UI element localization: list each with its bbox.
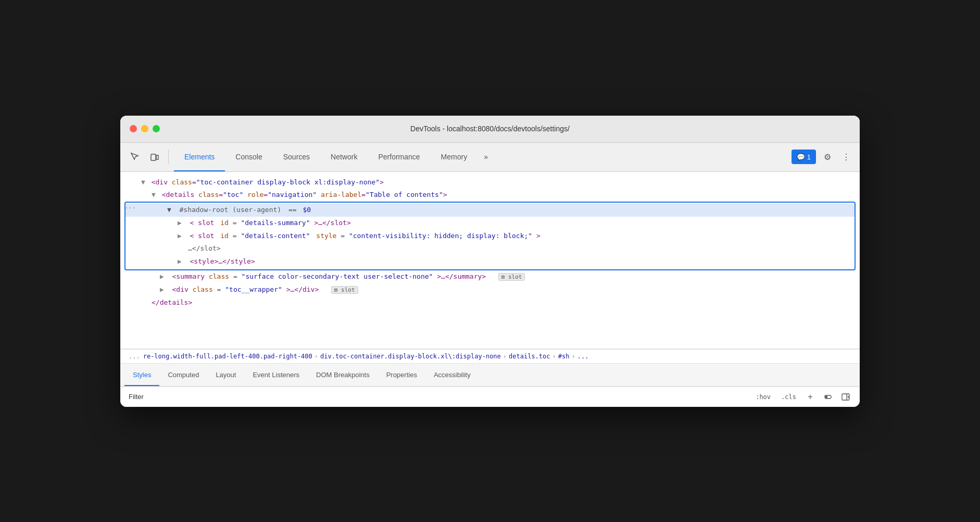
tab-network[interactable]: Network	[320, 143, 368, 171]
close-button[interactable]	[130, 125, 137, 132]
tab-accessibility[interactable]: Accessibility	[425, 364, 479, 386]
svg-rect-0	[151, 154, 156, 160]
dots-indicator: ...	[124, 202, 136, 212]
toolbar-divider	[168, 150, 169, 164]
minimize-button[interactable]	[141, 125, 148, 132]
device-toggle-button[interactable]	[146, 148, 163, 165]
maximize-button[interactable]	[153, 125, 160, 132]
dom-line-details-close: </details>	[120, 296, 860, 309]
tab-styles[interactable]: Styles	[124, 364, 159, 386]
tab-event-listeners[interactable]: Event Listeners	[244, 364, 308, 386]
svg-rect-3	[825, 396, 827, 398]
breadcrumb-item-4[interactable]: #sh	[558, 353, 570, 360]
breadcrumb-item-3[interactable]: details.toc	[509, 353, 550, 360]
settings-button[interactable]: ⚙	[820, 150, 835, 164]
slot-details-content-end: …</slot>	[125, 242, 855, 255]
triangle-icon: ▼	[152, 191, 156, 198]
window-title: DevTools - localhost:8080/docs/devtools/…	[410, 125, 570, 133]
dom-line-toc-container[interactable]: ▼ <div class="toc-container display-bloc…	[120, 176, 860, 189]
tab-computed[interactable]: Computed	[159, 364, 207, 386]
breadcrumb-bar: ... re-long.width-full.pad-left-400.pad-…	[120, 349, 860, 364]
tab-sources[interactable]: Sources	[273, 143, 320, 171]
shadow-root-line[interactable]: ▼ #shadow-root (user-agent) == $0	[125, 204, 855, 217]
slot-details-content-line[interactable]: ▶ < slot id = "details-content" style = …	[125, 230, 855, 243]
filter-input[interactable]	[399, 393, 503, 401]
toolbar-right: 💬 1 ⚙ ⋮	[791, 150, 853, 164]
dom-line-summary[interactable]: ▶ <summary class = "surface color-second…	[120, 270, 860, 283]
sidebar-toggle-button[interactable]	[840, 391, 851, 403]
breadcrumb-dots: ...	[129, 353, 140, 360]
tab-elements[interactable]: Elements	[174, 143, 225, 171]
inspect-element-button[interactable]	[127, 148, 143, 165]
cls-button[interactable]: .cls	[779, 392, 798, 402]
titlebar: DevTools - localhost:8080/docs/devtools/…	[120, 116, 860, 143]
toolbar: Elements Console Sources Network Perform…	[120, 143, 860, 172]
main-tab-list: Elements Console Sources Network Perform…	[174, 143, 788, 171]
breadcrumb-item-more[interactable]: ...	[577, 353, 589, 360]
tab-performance[interactable]: Performance	[368, 143, 430, 171]
bottom-tab-list: Styles Computed Layout Event Listeners D…	[120, 364, 860, 387]
filter-bar: Filter :hov .cls +	[120, 387, 860, 407]
shadow-root-container: ... ▼ #shadow-root (user-agent) == $0 ▶ …	[120, 202, 860, 270]
svg-rect-4	[842, 394, 849, 400]
svg-rect-1	[156, 155, 158, 159]
tab-properties[interactable]: Properties	[378, 364, 425, 386]
tab-console[interactable]: Console	[225, 143, 272, 171]
dom-tree: ▼ <div class="toc-container display-bloc…	[120, 172, 860, 349]
style-tag-line[interactable]: ▶ <style>…</style>	[125, 255, 855, 268]
add-style-rule-button[interactable]: +	[805, 391, 816, 403]
slot-badge-1: ⊞ slot	[498, 273, 525, 281]
more-tabs-button[interactable]: »	[478, 148, 494, 165]
dom-line-toc-wrapper[interactable]: ▶ <div class = "toc__wrapper" >…</div> ⊞…	[120, 283, 860, 296]
filter-label: Filter	[129, 393, 144, 401]
toggle-element-state-button[interactable]	[822, 391, 834, 403]
tab-layout[interactable]: Layout	[207, 364, 244, 386]
dom-line-details[interactable]: ▼ <details class="toc" role="navigation"…	[120, 189, 860, 202]
notification-button[interactable]: 💬 1	[791, 150, 816, 164]
notification-icon: 💬	[797, 153, 805, 161]
shadow-root-block: ▼ #shadow-root (user-agent) == $0 ▶ < sl…	[124, 202, 856, 270]
devtools-window: DevTools - localhost:8080/docs/devtools/…	[120, 116, 860, 407]
notification-count: 1	[807, 153, 811, 161]
triangle-icon: ▼	[141, 178, 145, 186]
breadcrumb-item-1[interactable]: re-long.width-full.pad-left-400.pad-righ…	[143, 353, 312, 360]
tab-memory[interactable]: Memory	[431, 143, 478, 171]
slot-details-summary-line[interactable]: ▶ < slot id = "details-summary" >…</slot…	[125, 217, 855, 230]
slot-badge-2: ⊞ slot	[331, 286, 358, 294]
traffic-lights	[130, 125, 160, 132]
breadcrumb-item-2[interactable]: div.toc-container.display-block.xl\:disp…	[320, 353, 501, 360]
tab-dom-breakpoints[interactable]: DOM Breakpoints	[308, 364, 378, 386]
filter-actions: :hov .cls +	[753, 391, 851, 403]
more-options-button[interactable]: ⋮	[839, 150, 853, 164]
hov-button[interactable]: :hov	[753, 392, 773, 402]
